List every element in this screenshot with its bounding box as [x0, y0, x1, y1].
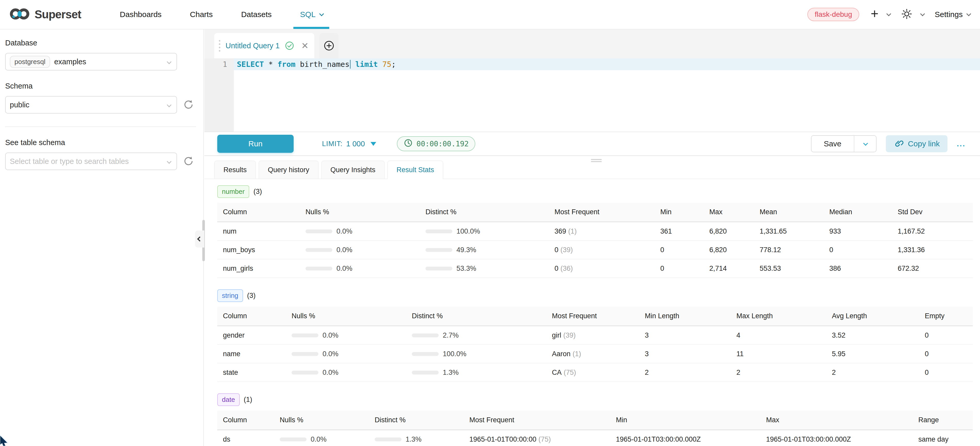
stat-value-cell: 933: [824, 228, 892, 236]
percent-value: 0.0%: [336, 228, 352, 236]
sql-statement-line[interactable]: SELECT * from birth_names limit 75;: [234, 58, 980, 70]
column-header: Range: [913, 416, 973, 424]
sql-code-editor[interactable]: 1 SELECT * from birth_names limit 75;: [204, 58, 980, 132]
most-frequent-count: (1): [568, 228, 577, 235]
new-query-tab-button[interactable]: [320, 33, 339, 58]
refresh-tables-icon[interactable]: [183, 155, 194, 167]
query-tab-title: Untitled Query 1: [226, 41, 280, 50]
stats-section-date: date(1)ColumnNulls %Distinct %Most Frequ…: [217, 393, 973, 446]
table-row: state0.0%1.3%CA(75)2220: [217, 363, 973, 382]
most-frequent-value: 369: [555, 228, 566, 235]
collapse-sidebar-button[interactable]: [195, 231, 204, 247]
stat-value-cell: 3: [639, 350, 731, 358]
stat-value-cell: 672.32: [892, 264, 973, 272]
active-tab-underline: [293, 27, 329, 29]
stats-section-string: string(3)ColumnNulls %Distinct %Most Fre…: [217, 289, 973, 382]
percent-bar: [412, 371, 439, 374]
sql-editor-pane: Untitled Query 1 ✕ 1: [204, 29, 980, 446]
percent-bar: [280, 438, 307, 441]
table-row: ds0.0%1.3%1965-01-01T00:00:00(75)1965-01…: [217, 430, 973, 446]
nav-item-dashboards[interactable]: Dashboards: [120, 0, 162, 29]
nav-item-datasets[interactable]: Datasets: [241, 0, 272, 29]
editor-gutter: 1: [204, 58, 234, 132]
nulls-percent-cell: 0.0%: [286, 350, 406, 358]
most-frequent-count: (1): [573, 350, 581, 358]
percent-value: 0.0%: [336, 264, 352, 272]
tab-query-history[interactable]: Query history: [259, 161, 319, 178]
sql-token: from: [277, 60, 296, 68]
most-frequent-value: CA: [552, 369, 562, 376]
stat-value-cell: 1,331.36: [892, 246, 973, 254]
percent-bar: [305, 248, 332, 252]
save-options-button[interactable]: [854, 136, 876, 152]
type-count: (1): [244, 396, 252, 404]
percent-value: 0.0%: [323, 369, 339, 377]
column-name: state: [217, 369, 286, 377]
column-header: Column: [217, 208, 300, 216]
chevron-down-icon: [863, 141, 868, 146]
most-frequent-count: (75): [539, 435, 551, 443]
close-tab-icon[interactable]: ✕: [301, 41, 309, 50]
superset-logo[interactable]: Superset: [9, 7, 81, 22]
table-select-placeholder: Select table or type to search tables: [10, 157, 129, 166]
link-icon: [894, 138, 904, 150]
sql-token: birth_names: [296, 60, 350, 68]
run-button[interactable]: Run: [217, 135, 294, 153]
stat-value-cell: 11: [731, 350, 826, 358]
settings-menu[interactable]: Settings: [935, 10, 970, 19]
column-name: num: [217, 228, 300, 236]
percent-bar: [412, 352, 439, 356]
column-name: num_boys: [217, 246, 300, 254]
drag-handle-icon[interactable]: [219, 40, 220, 52]
distinct-percent-cell: 1.3%: [369, 435, 464, 443]
query-tab[interactable]: Untitled Query 1 ✕: [214, 33, 314, 58]
editor-code-area[interactable]: SELECT * from birth_names limit 75;: [234, 58, 980, 132]
stat-value-cell: 6,820: [704, 228, 754, 236]
percent-value: 0.0%: [323, 350, 339, 358]
percent-bar: [425, 229, 452, 233]
theme-toggle-button[interactable]: [901, 8, 923, 21]
tab-result-stats[interactable]: Result Stats: [387, 161, 444, 178]
brand-name: Superset: [35, 8, 81, 21]
sql-token: 75: [382, 60, 391, 68]
most-frequent-cell: CA(75): [546, 369, 639, 377]
table-select[interactable]: Select table or type to search tables: [5, 153, 177, 170]
column-header: Min Length: [639, 312, 731, 320]
stat-value-cell: 0: [655, 246, 704, 254]
stat-value-cell: 2: [826, 369, 919, 377]
nav-item-charts[interactable]: Charts: [190, 0, 213, 29]
most-frequent-value: 1965-01-01T00:00:00: [469, 435, 536, 443]
caret-down-icon: [886, 11, 891, 16]
stats-table-header: ColumnNulls %Distinct %Most FrequentMin …: [217, 307, 973, 326]
new-item-button[interactable]: +: [870, 8, 889, 21]
tab-query-insights[interactable]: Query Insights: [321, 161, 385, 178]
nav-item-sql[interactable]: SQL: [300, 0, 323, 29]
percent-value: 53.3%: [457, 264, 476, 272]
nulls-percent-cell: 0.0%: [300, 246, 420, 254]
copy-link-button[interactable]: Copy link: [886, 135, 948, 152]
schema-select[interactable]: public: [5, 96, 177, 113]
column-header: Distinct %: [369, 416, 464, 424]
save-button[interactable]: Save: [811, 136, 854, 152]
most-frequent-count: (75): [564, 369, 576, 376]
result-stats-content: number(3)ColumnNulls %Distinct %Most Fre…: [204, 179, 980, 446]
type-tag-number: number: [217, 185, 249, 198]
refresh-schema-icon[interactable]: [183, 99, 194, 111]
chevron-down-icon: [167, 102, 171, 107]
type-tag-row: number(3): [217, 185, 973, 198]
tab-results[interactable]: Results: [214, 161, 256, 178]
query-success-check-icon: [284, 40, 295, 51]
nav-menu: Dashboards Charts Datasets SQL: [120, 0, 323, 29]
percent-bar: [375, 438, 401, 441]
column-header: Distinct %: [420, 208, 549, 216]
more-actions-button[interactable]: ...: [957, 139, 966, 148]
sidebar-divider: [5, 126, 196, 127]
pane-resize-handle[interactable]: [591, 159, 602, 162]
database-select[interactable]: postgresql examples: [5, 53, 177, 70]
stat-value-cell: 2: [731, 369, 826, 377]
stats-table-header: ColumnNulls %Distinct %Most FrequentMinM…: [217, 202, 973, 222]
limit-dropdown[interactable]: LIMIT: 1 000: [322, 140, 376, 148]
percent-bar: [412, 333, 439, 337]
distinct-percent-cell: 1.3%: [406, 369, 546, 377]
percent-value: 0.0%: [336, 246, 352, 254]
